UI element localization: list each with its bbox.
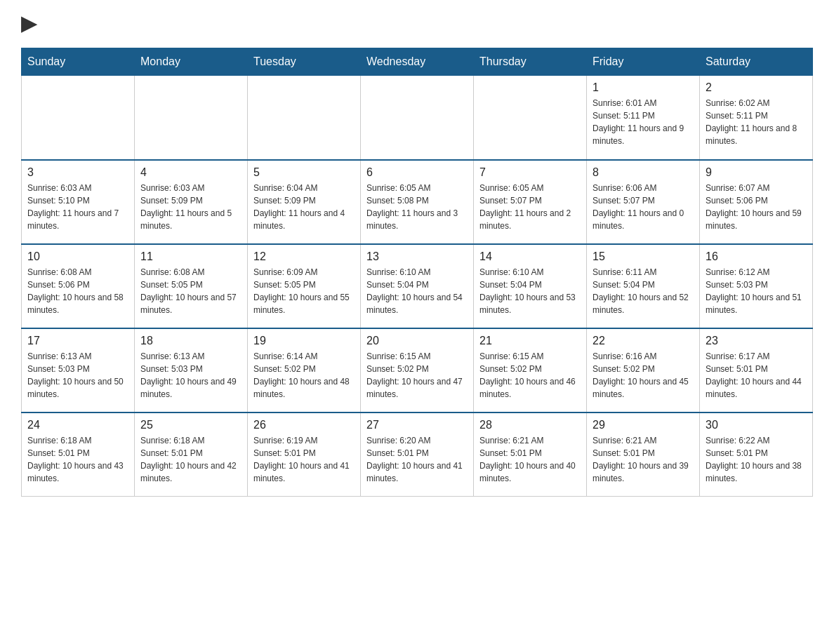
logo-general-text: ▶ xyxy=(21,14,37,34)
day-number: 25 xyxy=(140,419,241,431)
calendar-table: SundayMondayTuesdayWednesdayThursdayFrid… xyxy=(21,48,813,497)
day-info: Sunrise: 6:03 AMSunset: 5:09 PMDaylight:… xyxy=(140,182,241,232)
calendar-cell xyxy=(135,76,248,160)
header-saturday: Saturday xyxy=(700,48,813,76)
day-info: Sunrise: 6:02 AMSunset: 5:11 PMDaylight:… xyxy=(706,97,807,147)
page-header: ▶ xyxy=(21,14,813,34)
calendar-cell: 30Sunrise: 6:22 AMSunset: 5:01 PMDayligh… xyxy=(700,412,813,497)
day-number: 2 xyxy=(706,81,807,94)
day-info: Sunrise: 6:21 AMSunset: 5:01 PMDaylight:… xyxy=(593,434,694,485)
calendar-cell xyxy=(361,76,474,160)
calendar-cell: 16Sunrise: 6:12 AMSunset: 5:03 PMDayligh… xyxy=(700,244,813,328)
day-info: Sunrise: 6:20 AMSunset: 5:01 PMDaylight:… xyxy=(366,434,468,485)
calendar-cell: 20Sunrise: 6:15 AMSunset: 5:02 PMDayligh… xyxy=(361,328,474,412)
day-info: Sunrise: 6:08 AMSunset: 5:05 PMDaylight:… xyxy=(140,266,241,316)
day-info: Sunrise: 6:22 AMSunset: 5:01 PMDaylight:… xyxy=(706,434,807,485)
calendar-cell: 4Sunrise: 6:03 AMSunset: 5:09 PMDaylight… xyxy=(135,160,248,244)
day-number: 29 xyxy=(593,419,694,431)
day-info: Sunrise: 6:06 AMSunset: 5:07 PMDaylight:… xyxy=(593,182,694,232)
day-info: Sunrise: 6:17 AMSunset: 5:01 PMDaylight:… xyxy=(706,350,807,401)
calendar-cell: 19Sunrise: 6:14 AMSunset: 5:02 PMDayligh… xyxy=(248,328,361,412)
day-number: 28 xyxy=(479,419,581,431)
calendar-cell: 24Sunrise: 6:18 AMSunset: 5:01 PMDayligh… xyxy=(22,412,135,497)
day-number: 21 xyxy=(479,335,581,347)
calendar-cell: 2Sunrise: 6:02 AMSunset: 5:11 PMDaylight… xyxy=(700,76,813,160)
day-number: 23 xyxy=(706,335,807,347)
day-number: 12 xyxy=(253,250,355,263)
day-number: 11 xyxy=(140,250,241,263)
day-number: 27 xyxy=(366,419,468,431)
day-number: 15 xyxy=(593,250,694,263)
calendar-cell: 22Sunrise: 6:16 AMSunset: 5:02 PMDayligh… xyxy=(587,328,700,412)
calendar-week-1: 1Sunrise: 6:01 AMSunset: 5:11 PMDaylight… xyxy=(22,76,813,160)
day-info: Sunrise: 6:18 AMSunset: 5:01 PMDaylight:… xyxy=(140,434,241,485)
day-number: 24 xyxy=(27,419,128,431)
calendar-cell: 18Sunrise: 6:13 AMSunset: 5:03 PMDayligh… xyxy=(135,328,248,412)
header-monday: Monday xyxy=(135,48,248,76)
calendar-cell: 5Sunrise: 6:04 AMSunset: 5:09 PMDaylight… xyxy=(248,160,361,244)
day-number: 16 xyxy=(706,250,807,263)
day-info: Sunrise: 6:08 AMSunset: 5:06 PMDaylight:… xyxy=(27,266,128,316)
day-number: 3 xyxy=(27,166,128,179)
calendar-week-4: 17Sunrise: 6:13 AMSunset: 5:03 PMDayligh… xyxy=(22,328,813,412)
calendar-week-5: 24Sunrise: 6:18 AMSunset: 5:01 PMDayligh… xyxy=(22,412,813,497)
day-number: 7 xyxy=(479,166,581,179)
calendar-cell: 17Sunrise: 6:13 AMSunset: 5:03 PMDayligh… xyxy=(22,328,135,412)
day-info: Sunrise: 6:11 AMSunset: 5:04 PMDaylight:… xyxy=(593,266,694,316)
calendar-cell: 9Sunrise: 6:07 AMSunset: 5:06 PMDaylight… xyxy=(700,160,813,244)
day-number: 19 xyxy=(253,335,355,347)
calendar-cell: 6Sunrise: 6:05 AMSunset: 5:08 PMDaylight… xyxy=(361,160,474,244)
day-info: Sunrise: 6:16 AMSunset: 5:02 PMDaylight:… xyxy=(593,350,694,401)
day-info: Sunrise: 6:15 AMSunset: 5:02 PMDaylight:… xyxy=(479,350,581,401)
day-info: Sunrise: 6:03 AMSunset: 5:10 PMDaylight:… xyxy=(27,182,128,232)
day-number: 22 xyxy=(593,335,694,347)
day-info: Sunrise: 6:05 AMSunset: 5:07 PMDaylight:… xyxy=(479,182,581,232)
day-number: 4 xyxy=(140,166,241,179)
calendar-cell: 11Sunrise: 6:08 AMSunset: 5:05 PMDayligh… xyxy=(135,244,248,328)
calendar-header-row: SundayMondayTuesdayWednesdayThursdayFrid… xyxy=(22,48,813,76)
calendar-cell: 14Sunrise: 6:10 AMSunset: 5:04 PMDayligh… xyxy=(474,244,587,328)
header-friday: Friday xyxy=(587,48,700,76)
day-info: Sunrise: 6:12 AMSunset: 5:03 PMDaylight:… xyxy=(706,266,807,316)
day-info: Sunrise: 6:01 AMSunset: 5:11 PMDaylight:… xyxy=(593,97,694,147)
day-info: Sunrise: 6:09 AMSunset: 5:05 PMDaylight:… xyxy=(253,266,355,316)
day-number: 13 xyxy=(366,250,468,263)
day-number: 30 xyxy=(706,419,807,431)
day-number: 17 xyxy=(27,335,128,347)
day-info: Sunrise: 6:19 AMSunset: 5:01 PMDaylight:… xyxy=(253,434,355,485)
day-number: 14 xyxy=(479,250,581,263)
calendar-cell: 13Sunrise: 6:10 AMSunset: 5:04 PMDayligh… xyxy=(361,244,474,328)
day-info: Sunrise: 6:14 AMSunset: 5:02 PMDaylight:… xyxy=(253,350,355,401)
calendar-cell xyxy=(248,76,361,160)
calendar-cell xyxy=(22,76,135,160)
day-info: Sunrise: 6:15 AMSunset: 5:02 PMDaylight:… xyxy=(366,350,468,401)
header-sunday: Sunday xyxy=(22,48,135,76)
day-number: 26 xyxy=(253,419,355,431)
header-tuesday: Tuesday xyxy=(248,48,361,76)
day-info: Sunrise: 6:07 AMSunset: 5:06 PMDaylight:… xyxy=(706,182,807,232)
day-info: Sunrise: 6:18 AMSunset: 5:01 PMDaylight:… xyxy=(27,434,128,485)
calendar-cell: 7Sunrise: 6:05 AMSunset: 5:07 PMDaylight… xyxy=(474,160,587,244)
day-number: 8 xyxy=(593,166,694,179)
day-number: 9 xyxy=(706,166,807,179)
calendar-cell: 26Sunrise: 6:19 AMSunset: 5:01 PMDayligh… xyxy=(248,412,361,497)
day-number: 10 xyxy=(27,250,128,263)
calendar-cell: 12Sunrise: 6:09 AMSunset: 5:05 PMDayligh… xyxy=(248,244,361,328)
logo: ▶ xyxy=(21,14,37,34)
calendar-cell: 28Sunrise: 6:21 AMSunset: 5:01 PMDayligh… xyxy=(474,412,587,497)
day-info: Sunrise: 6:13 AMSunset: 5:03 PMDaylight:… xyxy=(27,350,128,401)
calendar-week-2: 3Sunrise: 6:03 AMSunset: 5:10 PMDaylight… xyxy=(22,160,813,244)
calendar-week-3: 10Sunrise: 6:08 AMSunset: 5:06 PMDayligh… xyxy=(22,244,813,328)
day-info: Sunrise: 6:10 AMSunset: 5:04 PMDaylight:… xyxy=(479,266,581,316)
day-number: 6 xyxy=(366,166,468,179)
calendar-cell: 10Sunrise: 6:08 AMSunset: 5:06 PMDayligh… xyxy=(22,244,135,328)
day-info: Sunrise: 6:10 AMSunset: 5:04 PMDaylight:… xyxy=(366,266,468,316)
header-wednesday: Wednesday xyxy=(361,48,474,76)
calendar-cell: 3Sunrise: 6:03 AMSunset: 5:10 PMDaylight… xyxy=(22,160,135,244)
calendar-cell: 15Sunrise: 6:11 AMSunset: 5:04 PMDayligh… xyxy=(587,244,700,328)
calendar-cell: 23Sunrise: 6:17 AMSunset: 5:01 PMDayligh… xyxy=(700,328,813,412)
calendar-cell: 25Sunrise: 6:18 AMSunset: 5:01 PMDayligh… xyxy=(135,412,248,497)
day-number: 20 xyxy=(366,335,468,347)
calendar-cell: 8Sunrise: 6:06 AMSunset: 5:07 PMDaylight… xyxy=(587,160,700,244)
day-info: Sunrise: 6:04 AMSunset: 5:09 PMDaylight:… xyxy=(253,182,355,232)
